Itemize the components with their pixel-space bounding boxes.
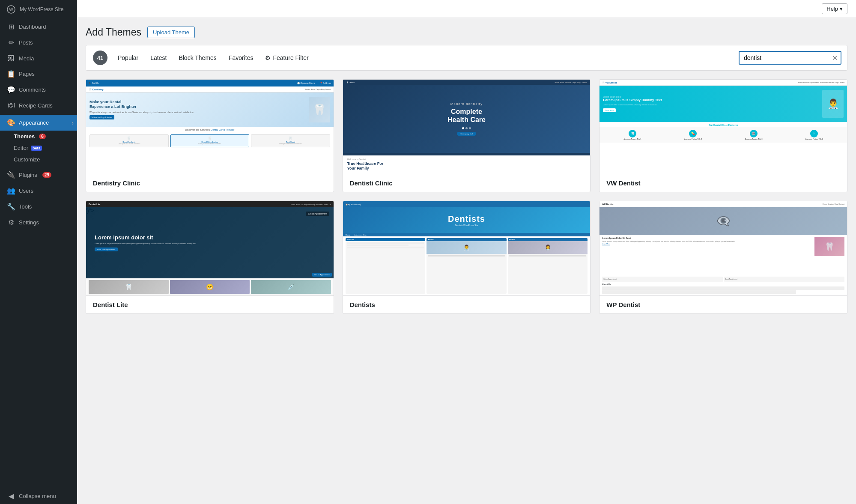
sidebar-item-media[interactable]: 🖼 Media — [0, 51, 77, 66]
chevron-right-icon: › — [72, 119, 74, 126]
page-title: Add Themes — [86, 27, 141, 38]
sidebar-item-users[interactable]: 👥 Users — [0, 183, 77, 199]
theme-preview-dentisti-clinic: 🦷 Dentisti Home About Services Pages Blo… — [343, 80, 591, 174]
sidebar-item-collapse[interactable]: ◀ Collapse menu — [0, 488, 77, 504]
tab-feature-filter[interactable]: ⚙ Feature Filter — [260, 52, 313, 64]
sidebar: W My WordPress Site ⊞ Dashboard ✏ Posts … — [0, 0, 77, 504]
sidebar-item-label: Plugins — [19, 172, 37, 178]
theme-count-badge: 41 — [93, 51, 107, 65]
svg-text:W: W — [9, 7, 13, 12]
sidebar-item-label: Appearance — [19, 119, 49, 126]
tools-icon: 🔧 — [7, 203, 15, 211]
sidebar-item-label: Dashboard — [19, 24, 46, 30]
sidebar-item-pages[interactable]: 📋 Pages — [0, 66, 77, 82]
theme-name-dentists: Dentists — [343, 295, 591, 313]
theme-preview-wp-dentist: WP Dentist Home Services Blog Contact 👁️… — [599, 201, 847, 295]
comments-icon: 💬 — [7, 86, 15, 94]
users-icon: 👥 — [7, 187, 15, 195]
search-wrapper: ✕ — [739, 51, 840, 65]
theme-preview-dentists: 🏠 My Account Blog Dentists Dentists Word… — [343, 201, 591, 295]
sidebar-item-appearance[interactable]: 🎨 Appearance › — [0, 115, 77, 131]
recipe-icon: 🍽 — [7, 101, 15, 109]
dashboard-icon: ⊞ — [7, 23, 15, 31]
tab-favorites[interactable]: Favorites — [224, 52, 259, 64]
theme-preview-vw-dentist: 🦷 VW Dentist Home Medical Departments Sc… — [599, 80, 847, 174]
pages-icon: 📋 — [7, 70, 15, 78]
media-icon: 🖼 — [7, 54, 15, 62]
theme-card-dentisti-clinic[interactable]: 🦷 Dentisti Home About Services Pages Blo… — [343, 79, 591, 192]
search-clear-button[interactable]: ✕ — [829, 54, 840, 62]
themes-label: Themes — [14, 133, 35, 140]
appearance-submenu: Themes 6 Editor beta Customize — [0, 131, 77, 165]
settings-icon: ⚙ — [7, 218, 15, 227]
plugins-badge: 29 — [42, 172, 51, 178]
tab-latest[interactable]: Latest — [145, 52, 172, 64]
site-name: My WordPress Site — [20, 6, 63, 12]
sidebar-item-label: Settings — [19, 219, 39, 226]
sidebar-item-label: Recipe Cards — [19, 102, 53, 109]
search-input[interactable] — [739, 51, 841, 65]
tab-popular[interactable]: Popular — [113, 52, 143, 64]
help-button[interactable]: Help ▾ — [822, 3, 847, 14]
theme-card-vw-dentist[interactable]: 🦷 VW Dentist Home Medical Departments Sc… — [599, 79, 847, 192]
sidebar-item-label: Media — [19, 55, 34, 62]
filter-bar: 41 Popular Latest Block Themes Favorites… — [86, 45, 847, 71]
beta-badge: beta — [31, 146, 42, 151]
theme-name-dentisti-clinic: Dentisti Clinic — [343, 174, 591, 192]
sidebar-item-posts[interactable]: ✏ Posts — [0, 35, 77, 51]
sidebar-item-label: Tools — [19, 203, 32, 210]
page-header: Add Themes Upload Theme — [86, 27, 847, 38]
theme-name-wp-dentist: WP Dentist — [599, 295, 847, 313]
sidebar-item-editor[interactable]: Editor beta — [14, 142, 77, 154]
sidebar-item-comments[interactable]: 💬 Comments — [0, 82, 77, 98]
posts-icon: ✏ — [7, 39, 15, 47]
sidebar-item-customize[interactable]: Customize — [14, 154, 77, 165]
upload-theme-button[interactable]: Upload Theme — [147, 27, 195, 38]
theme-preview-dentistry-clinic: 📞 Call Us 🕐 Opening Hours 📍 Address 🦷 De… — [86, 80, 334, 174]
editor-label: Editor — [14, 145, 28, 151]
sidebar-item-label: Posts — [19, 39, 33, 46]
theme-card-dentist-lite[interactable]: Dentist Lite Home About Us Templates Blo… — [86, 201, 334, 314]
sidebar-item-themes[interactable]: Themes 6 — [14, 131, 77, 142]
page-content: Add Themes Upload Theme 41 Popular Lates… — [77, 18, 856, 504]
appearance-icon: 🎨 — [7, 119, 15, 127]
sidebar-item-label: Collapse menu — [19, 493, 56, 499]
theme-name-dentistry-clinic: Dentistry Clinic — [86, 174, 334, 192]
collapse-icon: ◀ — [7, 492, 15, 500]
sidebar-item-recipe-cards[interactable]: 🍽 Recipe Cards — [0, 98, 77, 113]
wp-logo[interactable]: W My WordPress Site — [0, 0, 77, 19]
sidebar-item-dashboard[interactable]: ⊞ Dashboard — [0, 19, 77, 35]
sidebar-item-settings[interactable]: ⚙ Settings — [0, 215, 77, 230]
sidebar-item-label: Users — [19, 188, 33, 194]
themes-grid: 📞 Call Us 🕐 Opening Hours 📍 Address 🦷 De… — [86, 79, 847, 314]
theme-name-dentist-lite: Dentist Lite — [86, 295, 334, 313]
customize-label: Customize — [14, 156, 40, 163]
sidebar-item-label: Pages — [19, 71, 35, 77]
theme-preview-dentist-lite: Dentist Lite Home About Us Templates Blo… — [86, 201, 334, 295]
gear-icon: ⚙ — [265, 54, 271, 61]
theme-name-vw-dentist: VW Dentist — [599, 174, 847, 192]
theme-card-dentists[interactable]: 🏠 My Account Blog Dentists Dentists Word… — [343, 201, 591, 314]
sidebar-item-tools[interactable]: 🔧 Tools — [0, 199, 77, 215]
themes-badge: 6 — [39, 134, 46, 139]
theme-card-wp-dentist[interactable]: WP Dentist Home Services Blog Contact 👁️… — [599, 201, 847, 314]
tab-block-themes[interactable]: Block Themes — [173, 52, 221, 64]
main-content: Help ▾ Add Themes Upload Theme 41 Popula… — [77, 0, 856, 504]
sidebar-item-label: Comments — [19, 86, 46, 93]
sidebar-item-plugins[interactable]: 🔌 Plugins 29 — [0, 167, 77, 183]
chevron-down-icon: ▾ — [840, 6, 843, 12]
plugins-icon: 🔌 — [7, 171, 15, 179]
topbar: Help ▾ — [77, 0, 856, 18]
theme-card-dentistry-clinic[interactable]: 📞 Call Us 🕐 Opening Hours 📍 Address 🦷 De… — [86, 79, 334, 192]
